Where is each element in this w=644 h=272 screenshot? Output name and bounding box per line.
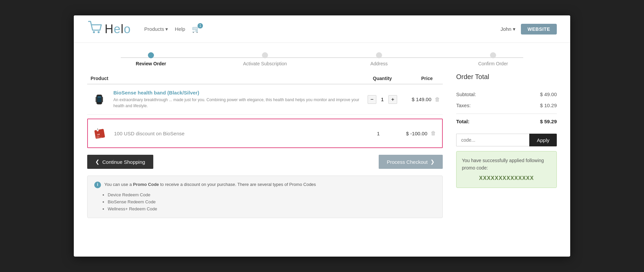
step-label-review: Review Order: [136, 61, 166, 66]
taxes-row: Taxes: $ 10.29: [456, 100, 557, 111]
header-right: John ▾ WEBSITE: [500, 24, 557, 35]
info-header: i You can use a Promo Code to receive a …: [94, 181, 436, 188]
discount-row: 100 USD DISCOUNT 100 USD discount on Bio…: [87, 119, 443, 148]
action-buttons: ❮ Products Continue Shopping Process Che…: [87, 155, 443, 169]
qty-decrease-button[interactable]: −: [368, 95, 376, 104]
discount-tag-image: 100 USD DISCOUNT: [91, 125, 109, 142]
app-window: Helo Products ▾ Help 🛒 1 John ▾ WEBSITE: [74, 15, 570, 257]
product-description: An extraordinary breakthrough ... made j…: [113, 97, 362, 109]
stepper: Review Order Activate Subscription Addre…: [74, 43, 570, 70]
total-value: $ 59.29: [540, 119, 557, 124]
logo-text: Helo: [105, 22, 131, 36]
step-circle-confirm: [490, 52, 496, 58]
product-info: BioSense health band (Black/Silver) An e…: [113, 90, 362, 109]
step-address: Address: [322, 52, 436, 66]
chevron-right-icon: ❯: [430, 159, 435, 165]
website-button[interactable]: WEBSITE: [521, 24, 557, 35]
order-total-section: Order Total Subtotal: $ 49.00 Taxes: $ 1…: [456, 73, 557, 218]
process-checkout-button[interactable]: Process Checkout ❯: [379, 155, 443, 169]
table-header: Product Quantity Price: [87, 73, 443, 84]
step-circle-subscription: [262, 52, 268, 58]
list-item: BioSense Redeem Code: [108, 199, 436, 206]
step-circle-address: [376, 52, 382, 58]
svg-point-0: [93, 31, 95, 33]
subtotal-row: Subtotal: $ 49.00: [456, 89, 557, 100]
apply-promo-button[interactable]: Apply: [529, 134, 557, 146]
subtotal-label: Subtotal:: [456, 91, 476, 97]
discount-price: $ -100.00 🗑: [398, 130, 439, 136]
list-item: Wellness+ Redeem Code: [108, 206, 436, 213]
discount-name: 100 USD discount on BioSense: [114, 131, 358, 136]
nav-help[interactable]: Help: [175, 26, 185, 32]
promo-success-text: You have successfully applied following …: [462, 157, 551, 172]
logo-cart-icon: [87, 20, 103, 38]
subtotal-value: $ 49.00: [540, 91, 557, 97]
chevron-down-icon: ▾: [165, 26, 168, 32]
product-price: $ 149.00 🗑: [402, 96, 443, 103]
header: Helo Products ▾ Help 🛒 1 John ▾ WEBSITE: [74, 15, 570, 43]
col-header-qty: Quantity: [362, 76, 402, 81]
total-label: Total:: [456, 119, 470, 124]
step-confirm: Confirm Order: [436, 52, 550, 66]
nav-products[interactable]: Products ▾: [144, 26, 168, 32]
svg-rect-5: [96, 97, 97, 102]
promo-code-input[interactable]: [456, 134, 529, 146]
step-label-address: Address: [370, 61, 387, 66]
cart-icon[interactable]: 🛒 1: [192, 25, 200, 33]
product-row: BioSense health band (Black/Silver) An e…: [87, 84, 443, 115]
continue-shopping-button[interactable]: ❮ Products Continue Shopping: [87, 155, 153, 169]
promo-code-display: XXXXXXXXXXXXXX: [462, 174, 551, 183]
svg-rect-6: [102, 97, 103, 102]
product-image: [91, 91, 108, 108]
list-item: Device Redeem Code: [108, 192, 436, 199]
info-text: You can use a Promo Code to receive a di…: [104, 181, 316, 188]
quantity-control: − 1 +: [362, 95, 402, 104]
step-subscription: Activate Subscription: [208, 52, 322, 66]
info-box: i You can use a Promo Code to receive a …: [87, 176, 443, 218]
svg-point-1: [98, 31, 100, 33]
step-label-confirm: Confirm Order: [478, 61, 508, 66]
promo-input-row: Apply: [456, 134, 557, 146]
info-list: Device Redeem Code BioSense Redeem Code …: [108, 192, 436, 212]
product-name: BioSense health band (Black/Silver): [113, 90, 362, 95]
col-header-product: Product: [91, 76, 362, 81]
nav: Products ▾ Help 🛒 1: [144, 25, 500, 33]
main-content: Product Quantity Price BioSense health: [74, 70, 570, 225]
delete-product-icon[interactable]: 🗑: [435, 96, 440, 103]
chevron-left-icon: ❮: [95, 159, 100, 165]
qty-value: 1: [379, 96, 386, 102]
col-header-price: Price: [402, 76, 443, 81]
total-row: Total: $ 59.29: [456, 114, 557, 127]
step-label-subscription: Activate Subscription: [243, 61, 287, 66]
step-circle-review: [148, 52, 154, 58]
user-menu[interactable]: John ▾: [500, 26, 516, 32]
discount-qty: 1: [358, 131, 398, 136]
promo-success-box: You have successfully applied following …: [456, 151, 557, 188]
qty-increase-button[interactable]: +: [388, 95, 397, 104]
logo: Helo: [87, 20, 131, 38]
cart-badge: 1: [198, 23, 203, 28]
order-section: Product Quantity Price BioSense health: [87, 73, 443, 218]
info-icon: i: [94, 182, 101, 188]
chevron-down-icon: ▾: [513, 26, 516, 32]
taxes-value: $ 10.29: [540, 103, 557, 108]
svg-rect-4: [98, 96, 101, 97]
step-review: Review Order: [94, 52, 208, 66]
order-total-title: Order Total: [456, 73, 557, 81]
delete-discount-icon[interactable]: 🗑: [431, 130, 436, 136]
taxes-label: Taxes:: [456, 103, 471, 108]
